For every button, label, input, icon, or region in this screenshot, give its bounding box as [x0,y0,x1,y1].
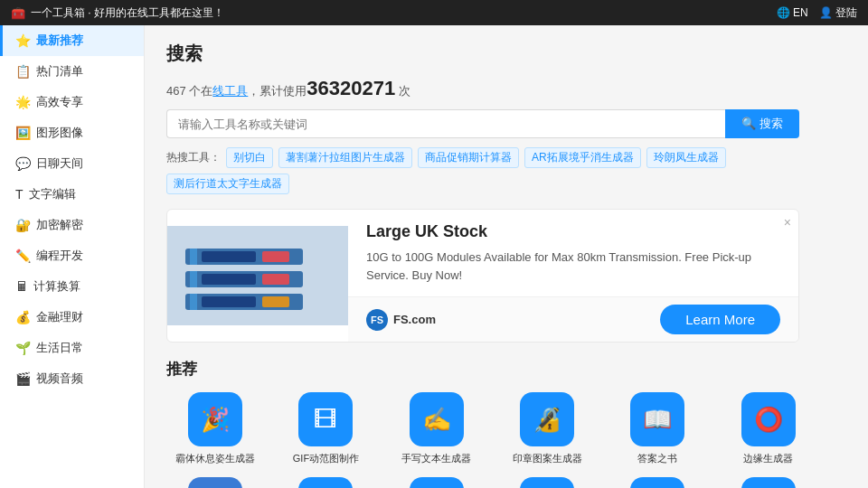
svg-rect-7 [202,274,256,285]
tool-card-gif-gen[interactable]: 🎞 GIF动范图制作 [277,392,374,465]
sidebar-item-calc[interactable]: 🖩计算换算 [0,271,144,302]
search-input[interactable] [166,109,725,138]
tool-count: 467 个在 [166,84,212,98]
edge-gen-icon: ⭕ [741,392,796,446]
dev-icon: ✏️ [15,249,31,263]
search-button[interactable]: 🔍 搜索 [725,109,799,138]
img-watermark-icon: 🗒 [741,477,796,488]
sidebar-label-video: 视频音频 [36,371,83,387]
stamp-gen-icon: 🔏 [520,392,574,446]
gif-gen-label: GIF动范图制作 [293,452,359,465]
ad-image [167,226,348,325]
sidebar-item-video[interactable]: 🎬视频音频 [0,363,144,394]
recommend-tools-grid-2: ⭕ 纠线圆生成器 {} JSONPath解析器 ▦ 矩阵计器 🖼 手绘滋溅小脸图… [166,477,817,488]
highvalue-icon: 🌟 [15,95,31,109]
ad-title: Large UK Stock [366,222,780,241]
svg-rect-2 [190,249,197,265]
brand-icon: FS [366,309,388,331]
sidebar-label-life: 生活日常 [36,340,83,356]
sidebar-item-finance[interactable]: 💰金融理财 [0,302,144,333]
svg-rect-12 [262,296,289,307]
emoji-gen-label: 霸体休息姿生成器 [175,452,255,465]
tool-card-img-watermark[interactable]: 🗒 图片加水印 [720,477,817,488]
encrypt-icon: 🔐 [15,218,31,232]
finance-icon: 💰 [15,310,31,324]
sidebar-label-calc: 计算换算 [33,278,80,295]
svg-rect-3 [202,251,256,262]
reading-icon: 📖 [630,392,684,446]
svg-rect-6 [190,271,197,287]
tool-card-json-path[interactable]: {} JSONPath解析器 [277,477,374,488]
reading-label: 答案之书 [637,452,677,465]
toolbox-icon: 🧰 [11,6,25,20]
topbar: 🧰 一个工具箱 · 好用的在线工具都在这里！ 🌐 EN 👤 登陆 [0,0,868,25]
svg-rect-4 [262,251,289,262]
hot-tag[interactable]: 玲朗凤生成器 [646,147,726,168]
hot-tools-label: 热搜工具： [166,150,221,165]
tool-card-whiteboard[interactable]: 🖼 手绘滋溅小脸图片生成器 [498,477,596,488]
handwrite-label: 手写文本生成器 [401,452,471,465]
hot-tag[interactable]: 商品促销期计算器 [418,147,519,168]
tool-count-link[interactable]: 线工具 [212,84,248,98]
ad-close-button[interactable]: × [784,215,791,230]
tool-card-matrix-gen[interactable]: ▦ 矩阵计器 [388,477,486,488]
handwrite-icon: ✍ [410,392,464,446]
sidebar-label-highvalue: 高效专享 [36,94,83,110]
svg-rect-10 [190,294,197,310]
search-title: 搜索 [166,42,846,66]
search-bar: 🔍 搜索 [166,109,799,138]
search-stats: 467 个在线工具，累计使用36320271 次 [166,77,846,100]
edge-gen-label: 边缘生成器 [743,452,793,465]
whiteboard-icon: 🖼 [520,477,574,488]
sidebar-label-image: 图形图像 [36,125,83,141]
main-content: 搜索 467 个在线工具，累计使用36320271 次 🔍 搜索 热搜工具： 别… [145,25,868,488]
sidebar-label-text: 文字编辑 [29,186,76,202]
recommend-tools-grid: 🎉 霸体休息姿生成器 🎞 GIF动范图制作 ✍ 手写文本生成器 🔏 印章图案生成… [166,392,817,465]
brand-name: FS.com [393,313,436,326]
video-icon: 🎬 [15,371,31,386]
ad-desc: 10G to 100G Modules Available for Max 80… [366,249,780,284]
hot-tag[interactable]: 薯割薯汁拉组图片生成器 [278,147,412,168]
hot-tools: 热搜工具： 别切白薯割薯汁拉组图片生成器商品促销期计算器AR拓展境乎消生成器玲朗… [166,147,846,194]
sidebar-item-highvalue[interactable]: 🌟高效专享 [0,87,144,117]
matrix-gen-icon: ▦ [410,477,464,488]
sidebar-label-chat: 日聊天间 [36,155,83,172]
ad-footer: FS FS.com Learn More [348,296,798,342]
hot-tag[interactable]: AR拓展境乎消生成器 [524,147,641,168]
sidebar: ⭐最新推荐📋热门清单🌟高效专享🖼️图形图像💬日聊天间T文字编辑🔐加密解密✏️编程… [0,25,145,488]
main-layout: ⭐最新推荐📋热门清单🌟高效专享🖼️图形图像💬日聊天间T文字编辑🔐加密解密✏️编程… [0,25,868,488]
tool-card-reading[interactable]: 📖 答案之书 [609,392,706,465]
tool-card-stamp-gen[interactable]: 🔏 印章图案生成器 [498,392,596,465]
emoji-gen-icon: 🎉 [188,392,242,446]
sidebar-item-chat[interactable]: 💬日聊天间 [0,148,144,179]
stamp-gen-label: 印章图案生成器 [513,452,582,465]
hot-tag[interactable]: 别切白 [226,147,273,168]
gif-gen-icon: 🎞 [298,392,353,446]
ad-brand: FS FS.com [366,309,436,331]
lang-button[interactable]: 🌐 EN [777,6,808,19]
topbar-title: 一个工具箱 · 好用的在线工具都在这里！ [31,5,224,21]
sidebar-item-favorite[interactable]: 📋热门清单 [0,56,144,87]
sidebar-item-text[interactable]: T文字编辑 [0,179,144,210]
tool-card-stroke-gen[interactable]: ⭕ 纠线圆生成器 [166,477,264,488]
stroke-gen-icon: ⭕ [188,477,242,488]
tool-card-img-convert[interactable]: 🔄 图片转换 [609,477,706,488]
ad-banner: Large UK Stock 10G to 100G Modules Avail… [166,209,799,343]
login-button[interactable]: 👤 登陆 [819,5,857,21]
learn-more-button[interactable]: Learn More [660,305,780,334]
sidebar-item-life[interactable]: 🌱生活日常 [0,333,144,363]
topbar-left: 🧰 一个工具箱 · 好用的在线工具都在这里！ [11,5,224,21]
favorite-icon: 📋 [15,64,31,79]
sidebar-item-dev[interactable]: ✏️编程开发 [0,240,144,271]
sidebar-label-finance: 金融理财 [36,309,83,325]
sidebar-item-image[interactable]: 🖼️图形图像 [0,117,144,148]
chat-icon: 💬 [15,156,31,171]
hot-tag[interactable]: 测后行道太文字生成器 [166,174,289,194]
tool-card-emoji-gen[interactable]: 🎉 霸体休息姿生成器 [166,392,264,465]
tool-card-edge-gen[interactable]: ⭕ 边缘生成器 [720,392,817,465]
sidebar-label-latest: 最新推荐 [36,33,83,49]
sidebar-item-encrypt[interactable]: 🔐加密解密 [0,210,144,240]
tool-card-handwrite[interactable]: ✍ 手写文本生成器 [388,392,486,465]
sidebar-item-latest[interactable]: ⭐最新推荐 [0,25,144,56]
recommend-title: 推荐 [166,359,846,380]
